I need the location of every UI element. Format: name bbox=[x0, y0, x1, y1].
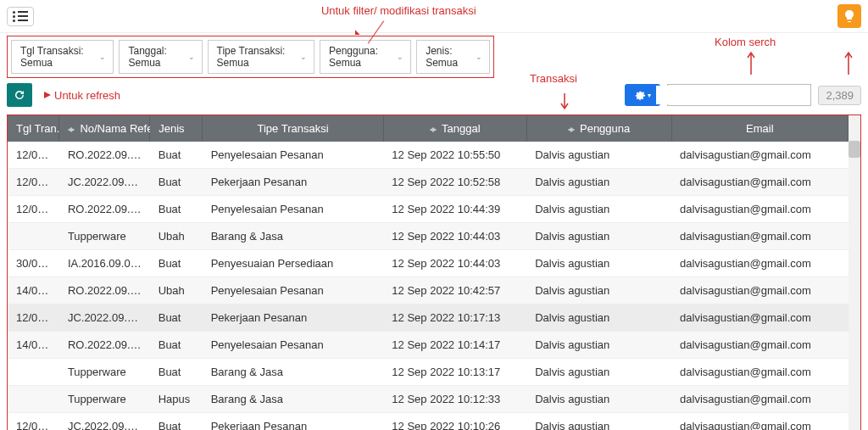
annotation-search: Kolom serch bbox=[715, 36, 776, 48]
chevron-down-icon: ⌄ bbox=[188, 53, 195, 61]
chevron-down-icon: ⌄ bbox=[99, 53, 106, 61]
cell-tanggal: 12 Sep 2022 10:52:58 bbox=[383, 169, 526, 196]
cell-pengguna: Dalvis agustian bbox=[526, 223, 671, 250]
refresh-button[interactable] bbox=[7, 83, 32, 107]
cell-jenis: Buat bbox=[150, 359, 203, 386]
filter-chip-4[interactable]: Jenis: Semua⌄ bbox=[416, 40, 490, 74]
scrollbar-thumb[interactable] bbox=[849, 141, 860, 158]
annotation-filter: Untuk filter/ modifikasi transaksi bbox=[321, 4, 476, 17]
sort-icon bbox=[568, 125, 575, 135]
cell-jenis: Buat bbox=[150, 196, 203, 223]
cell-tgl: 12/09/... bbox=[8, 304, 59, 332]
cell-nama: Tupperware bbox=[59, 359, 150, 386]
gear-icon bbox=[634, 89, 646, 101]
cell-email: dalvisagustian@gmail.com bbox=[671, 142, 848, 169]
cell-tgl: 14/09/... bbox=[8, 277, 59, 304]
cell-tgl bbox=[8, 223, 59, 250]
cell-nama: Tupperware bbox=[59, 223, 150, 250]
table-row[interactable]: 14/09/...RO.2022.09.0...BuatPenyelesaian… bbox=[8, 332, 849, 359]
filter-label: Jenis: Semua bbox=[426, 45, 473, 69]
annotation-transaksi: Transaksi bbox=[530, 72, 577, 85]
column-header[interactable]: Email bbox=[671, 115, 848, 142]
cell-tipe: Barang & Jasa bbox=[203, 223, 384, 250]
annotation-arrow-up2 bbox=[843, 51, 854, 77]
cell-email: dalvisagustian@gmail.com bbox=[671, 250, 848, 277]
cell-tanggal: 12 Sep 2022 10:55:50 bbox=[383, 142, 526, 169]
cell-email: dalvisagustian@gmail.com bbox=[671, 304, 848, 332]
column-header[interactable]: Jenis bbox=[150, 115, 203, 142]
annotation-refresh: Untuk refresh bbox=[44, 89, 120, 102]
cell-nama: JC.2022.09.00... bbox=[59, 169, 150, 196]
filter-chip-3[interactable]: Pengguna: Semua⌄ bbox=[320, 40, 411, 74]
cell-jenis: Ubah bbox=[150, 223, 203, 250]
cell-jenis: Buat bbox=[150, 304, 203, 332]
table-row[interactable]: 14/09/...RO.2022.09.0...UbahPenyelesaian… bbox=[8, 277, 849, 304]
cell-tgl: 30/09/... bbox=[8, 250, 59, 277]
filter-label: Tanggal: Semua bbox=[128, 45, 185, 69]
transaksi-table-container: Tgl Tran...No/Nama Refer...JenisTipe Tra… bbox=[7, 114, 861, 430]
cell-nama: JC.2022.09.00... bbox=[59, 304, 150, 332]
table-row[interactable]: TupperwareHapusBarang & Jasa12 Sep 2022 … bbox=[8, 386, 849, 413]
cell-pengguna: Dalvis agustian bbox=[526, 332, 671, 359]
cell-tanggal: 12 Sep 2022 10:10:26 bbox=[383, 413, 526, 431]
annotation-arrow-down bbox=[559, 93, 570, 113]
annotation-arrow-up1 bbox=[746, 51, 756, 77]
search-box[interactable] bbox=[667, 84, 811, 106]
column-label: Tanggal bbox=[442, 122, 481, 135]
cell-tgl: 12/09/... bbox=[8, 413, 59, 431]
cell-tgl: 12/09/... bbox=[8, 196, 59, 223]
filter-chip-1[interactable]: Tanggal: Semua⌄ bbox=[119, 40, 202, 74]
cell-nama: JC.2022.09.00... bbox=[59, 413, 150, 431]
annotation-arrow-filter bbox=[352, 10, 379, 40]
cell-pengguna: Dalvis agustian bbox=[526, 169, 671, 196]
cell-pengguna: Dalvis agustian bbox=[526, 196, 671, 223]
cell-email: dalvisagustian@gmail.com bbox=[671, 332, 848, 359]
cell-tgl bbox=[8, 386, 59, 413]
cell-tipe: Pekerjaan Pesanan bbox=[203, 413, 384, 431]
table-row[interactable]: 12/09/...RO.2022.09.0...BuatPenyelesaian… bbox=[8, 142, 849, 169]
cell-email: dalvisagustian@gmail.com bbox=[671, 223, 848, 250]
column-header[interactable]: Tgl Tran... bbox=[8, 115, 59, 142]
cell-nama: RO.2022.09.0... bbox=[59, 332, 150, 359]
search-input[interactable] bbox=[656, 86, 805, 104]
cell-jenis: Buat bbox=[150, 250, 203, 277]
filter-chip-2[interactable]: Tipe Transaksi: Semua⌄ bbox=[208, 40, 314, 74]
cell-tipe: Penyesuaian Persediaan bbox=[203, 250, 384, 277]
scrollbar[interactable] bbox=[849, 115, 860, 430]
cell-tipe: Pekerjaan Pesanan bbox=[203, 169, 384, 196]
filter-label: Pengguna: Semua bbox=[329, 45, 394, 69]
cell-jenis: Buat bbox=[150, 413, 203, 431]
column-label: Tgl Tran... bbox=[16, 122, 66, 135]
cell-pengguna: Dalvis agustian bbox=[526, 304, 671, 332]
column-label: Email bbox=[746, 122, 774, 135]
cell-pengguna: Dalvis agustian bbox=[526, 277, 671, 304]
help-bulb-button[interactable] bbox=[837, 4, 861, 28]
cell-email: dalvisagustian@gmail.com bbox=[671, 359, 848, 386]
table-row[interactable]: 12/09/...JC.2022.09.00...BuatPekerjaan P… bbox=[8, 304, 849, 332]
cell-pengguna: Dalvis agustian bbox=[526, 359, 671, 386]
cell-tanggal: 12 Sep 2022 10:14:17 bbox=[383, 332, 526, 359]
settings-button[interactable]: ▾ bbox=[625, 84, 660, 106]
column-header[interactable]: No/Nama Refer... bbox=[59, 115, 150, 142]
table-row[interactable]: TupperwareUbahBarang & Jasa12 Sep 2022 1… bbox=[8, 223, 849, 250]
column-label: Tipe Transaksi bbox=[257, 122, 328, 135]
column-header[interactable]: Pengguna bbox=[526, 115, 671, 142]
result-count: 2,389 bbox=[818, 86, 861, 105]
arrow-right-icon bbox=[44, 92, 51, 98]
filter-chip-0[interactable]: Tgl Transaksi: Semua⌄ bbox=[11, 40, 114, 74]
table-row[interactable]: 30/09/...IA.2016.09.00...BuatPenyesuaian… bbox=[8, 250, 849, 277]
table-row[interactable]: TupperwareBuatBarang & Jasa12 Sep 2022 1… bbox=[8, 359, 849, 386]
table-row[interactable]: 12/09/...JC.2022.09.00...BuatPekerjaan P… bbox=[8, 413, 849, 431]
cell-tgl bbox=[8, 359, 59, 386]
cell-email: dalvisagustian@gmail.com bbox=[671, 277, 848, 304]
menu-list-button[interactable] bbox=[7, 7, 34, 26]
chevron-down-icon: ⌄ bbox=[300, 53, 307, 61]
cell-tipe: Penyelesaian Pesanan bbox=[203, 142, 384, 169]
table-row[interactable]: 12/09/...JC.2022.09.00...BuatPekerjaan P… bbox=[8, 169, 849, 196]
column-header[interactable]: Tanggal bbox=[383, 115, 526, 142]
column-header[interactable]: Tipe Transaksi bbox=[203, 115, 384, 142]
table-row[interactable]: 12/09/...RO.2022.09.0...BuatPenyelesaian… bbox=[8, 196, 849, 223]
filter-label: Tgl Transaksi: Semua bbox=[20, 45, 97, 69]
cell-pengguna: Dalvis agustian bbox=[526, 386, 671, 413]
cell-pengguna: Dalvis agustian bbox=[526, 413, 671, 431]
